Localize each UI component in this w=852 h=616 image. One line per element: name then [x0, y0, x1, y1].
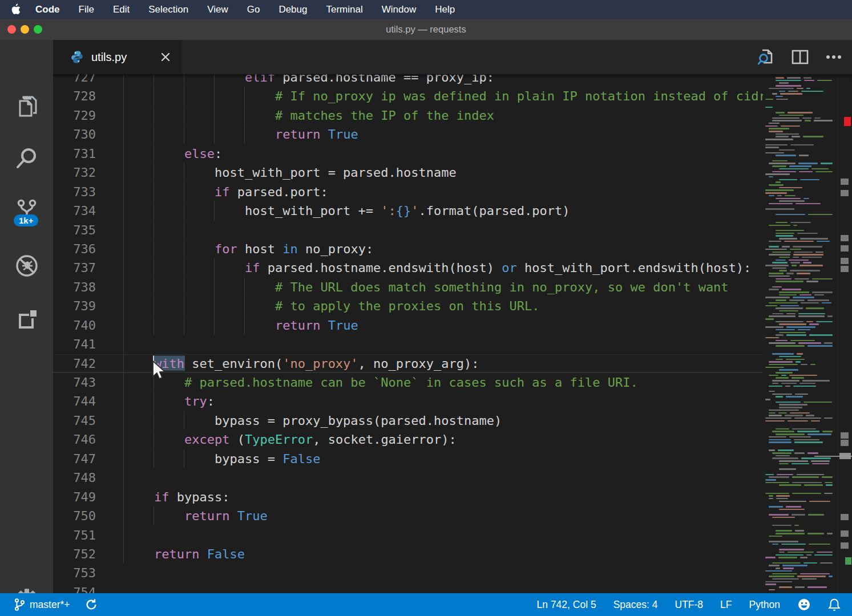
code-line-740[interactable]: 740 return True [53, 315, 763, 334]
code-rows: 727 elif parsed.hostname == proxy_ip:728… [53, 74, 763, 593]
code-line-743[interactable]: 743 # parsed.hostname can be `None` in c… [53, 373, 763, 392]
menu-item-terminal[interactable]: Terminal [326, 4, 362, 15]
line-number: 744 [53, 392, 123, 411]
split-editor-icon[interactable] [792, 50, 809, 64]
line-number: 749 [53, 487, 123, 506]
code-line-736[interactable]: 736 for host in no_proxy: [53, 239, 763, 258]
sidebar-item-source-control[interactable]: 1k+ [0, 198, 53, 224]
notifications-button[interactable] [828, 598, 841, 611]
sidebar-item-explorer[interactable] [0, 95, 53, 121]
code-pane[interactable]: 727 elif parsed.hostname == proxy_ip:728… [53, 74, 763, 593]
code-line-733[interactable]: 733 if parsed.port: [53, 182, 763, 201]
line-number: 746 [53, 430, 123, 449]
debug-disabled-icon [14, 253, 39, 281]
eol-status[interactable]: LF [720, 599, 732, 611]
ruler-marker-green [845, 557, 851, 565]
code-line-732[interactable]: 732 host_with_port = parsed.hostname [53, 163, 763, 182]
code-line-727[interactable]: 727 elif parsed.hostname == proxy_ip: [53, 74, 763, 87]
sidebar-item-extensions[interactable] [0, 306, 53, 333]
menu-item-go[interactable]: Go [247, 4, 260, 15]
ruler-marker-gray [841, 190, 849, 196]
minimap[interactable] [763, 74, 838, 593]
line-content [123, 564, 763, 582]
code-line-752[interactable]: 752 return False [53, 544, 763, 563]
more-actions-icon[interactable] [826, 55, 842, 59]
close-icon[interactable] [160, 52, 171, 62]
menu-item-help[interactable]: Help [435, 4, 455, 15]
code-editor[interactable]: 727 elif parsed.hostname == proxy_ip:728… [53, 74, 852, 593]
git-branch-status[interactable]: master*+ [14, 598, 70, 611]
code-line-735[interactable]: 735 [53, 220, 763, 239]
line-content: return True [123, 315, 763, 334]
sidebar-item-search[interactable] [0, 146, 53, 172]
line-number: 737 [53, 258, 123, 277]
overview-ruler[interactable] [838, 74, 852, 593]
menu-item-selection[interactable]: Selection [148, 4, 188, 15]
code-line-730[interactable]: 730 return True [53, 125, 763, 144]
menu-item-file[interactable]: File [79, 4, 94, 15]
line-number: 748 [53, 468, 123, 487]
feedback-button[interactable] [797, 598, 811, 611]
line-content [123, 220, 763, 239]
line-number: 727 [53, 74, 123, 87]
line-content: # matches the IP of the index [123, 106, 763, 124]
line-content: elif parsed.hostname == proxy_ip: [123, 74, 763, 87]
code-line-741[interactable]: 741 [53, 335, 763, 354]
tab-utils-py[interactable]: utils.py [53, 40, 182, 74]
line-number: 750 [53, 506, 123, 525]
code-line-747[interactable]: 747 bypass = False [53, 449, 763, 468]
sidebar-item-debug[interactable] [0, 253, 53, 281]
encoding-status[interactable]: UTF-8 [675, 599, 704, 611]
line-content: # parsed.hostname can be `None` in cases… [123, 373, 763, 392]
line-content: except (TypeError, socket.gaierror): [123, 430, 763, 449]
menu-item-edit[interactable]: Edit [113, 4, 130, 15]
line-content: return False [123, 544, 763, 563]
code-line-744[interactable]: 744 try: [53, 392, 763, 411]
code-line-729[interactable]: 729 # matches the IP of the index [53, 106, 763, 124]
code-line-738[interactable]: 738 # The URL does match something in no… [53, 277, 763, 296]
files-icon [15, 95, 38, 121]
code-line-753[interactable]: 753 [53, 564, 763, 582]
line-content: host_with_port = parsed.hostname [123, 163, 763, 182]
code-line-750[interactable]: 750 return True [53, 506, 763, 525]
file-search-icon[interactable] [757, 48, 774, 66]
text-cursor [153, 355, 155, 371]
ruler-marker-gray [841, 530, 849, 537]
code-line-751[interactable]: 751 [53, 525, 763, 544]
code-line-734[interactable]: 734 host_with_port += ':{}'.format(parse… [53, 201, 763, 220]
minimize-window-button[interactable] [21, 25, 29, 34]
line-number: 739 [53, 297, 123, 315]
maximize-window-button[interactable] [34, 25, 42, 34]
code-line-749[interactable]: 749 if bypass: [53, 487, 763, 506]
cursor-position-status[interactable]: Ln 742, Col 5 [537, 599, 596, 611]
sync-button[interactable] [85, 598, 98, 611]
code-line-737[interactable]: 737 if parsed.hostname.endswith(host) or… [53, 258, 763, 277]
line-content [123, 525, 763, 544]
menu-item-window[interactable]: Window [382, 4, 416, 15]
line-content: # The URL does match something in no_pro… [123, 277, 763, 296]
menu-item-view[interactable]: View [207, 4, 228, 15]
language-mode-status[interactable]: Python [749, 599, 780, 611]
close-window-button[interactable] [7, 25, 16, 34]
window-title: utils.py — requests [386, 24, 466, 35]
line-number: 747 [53, 449, 123, 468]
code-line-754[interactable]: 754 [53, 582, 763, 593]
code-line-746[interactable]: 746 except (TypeError, socket.gaierror): [53, 430, 763, 449]
tab-label: utils.py [91, 51, 153, 64]
indentation-status[interactable]: Spaces: 4 [613, 599, 658, 611]
line-number: 731 [53, 144, 123, 163]
code-line-745[interactable]: 745 bypass = proxy_bypass(parsed.hostnam… [53, 411, 763, 429]
line-content: for host in no_proxy: [123, 239, 763, 258]
menu-item-debug[interactable]: Debug [278, 4, 307, 15]
code-line-739[interactable]: 739 # to apply the proxies on this URL. [53, 297, 763, 315]
ruler-marker-gray [841, 266, 849, 272]
line-number: 741 [53, 335, 123, 354]
code-line-728[interactable]: 728 # If no_proxy ip was defined in plai… [53, 87, 763, 106]
code-line-731[interactable]: 731 else: [53, 144, 763, 163]
line-number: 730 [53, 125, 123, 144]
code-line-748[interactable]: 748 [53, 468, 763, 487]
menu-item-code[interactable]: Code [35, 4, 60, 15]
code-line-742[interactable]: 742 with set_environ('no_proxy', no_prox… [53, 354, 763, 372]
apple-menu-icon[interactable] [10, 3, 21, 15]
line-number: 728 [53, 87, 123, 106]
